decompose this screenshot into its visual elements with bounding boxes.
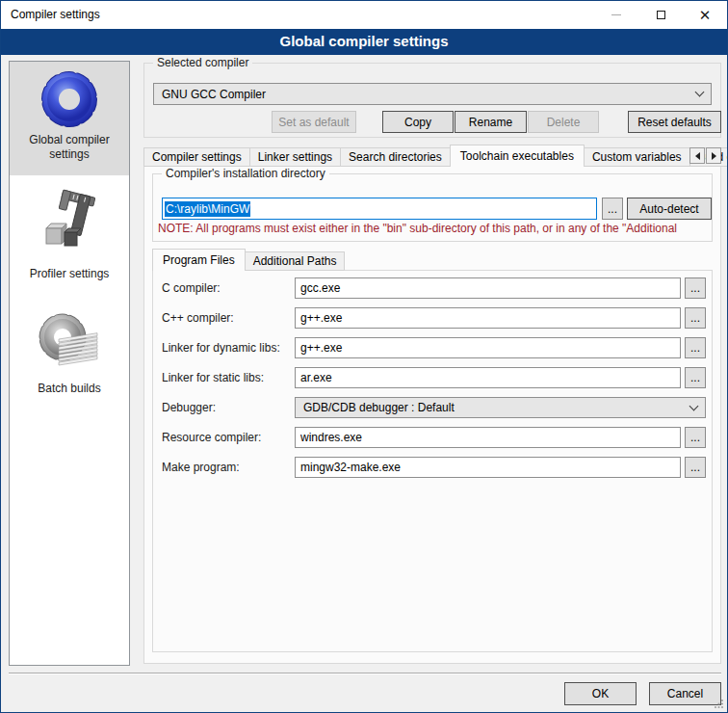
- page-title: Global compiler settings: [1, 29, 727, 55]
- debugger-select-value: GDB/CDB debugger : Default: [303, 401, 455, 414]
- minimize-icon: [611, 14, 621, 15]
- sidebar-item-label: Global compiler settings: [10, 129, 129, 162]
- group-legend: Compiler's installation directory: [162, 167, 329, 180]
- linker-static-input[interactable]: [295, 367, 681, 388]
- tab-additional-paths[interactable]: Additional Paths: [245, 251, 346, 271]
- caliper-icon: [39, 188, 100, 263]
- ok-button[interactable]: OK: [564, 682, 637, 705]
- gray-gear-stack-icon: [38, 310, 101, 378]
- tab-custom-variables[interactable]: Custom variables: [584, 147, 690, 167]
- copy-button[interactable]: Copy: [382, 111, 454, 133]
- arrow-right-icon: [712, 152, 716, 160]
- arrow-left-icon: [695, 152, 700, 160]
- tab-search-directories[interactable]: Search directories: [340, 147, 451, 167]
- make-program-input[interactable]: [295, 457, 681, 478]
- window-title: Compiler settings: [11, 1, 100, 29]
- field-row-linker-static: Linker for static libs: ...: [153, 367, 712, 388]
- field-label: Debugger:: [162, 401, 216, 414]
- selected-path-text: C:\raylib\MinGW: [165, 201, 250, 217]
- field-label: Linker for static libs:: [162, 371, 264, 384]
- sidebar-item-global-compiler-settings[interactable]: Global compiler settings: [10, 62, 129, 175]
- installation-directory-input[interactable]: C:\raylib\MinGW: [162, 198, 597, 220]
- close-icon: ✕: [699, 8, 712, 22]
- tab-toolchain-executables[interactable]: Toolchain executables: [450, 145, 585, 167]
- sidebar-item-label: Batch builds: [10, 378, 129, 396]
- window-controls: ✕: [594, 1, 727, 29]
- group-legend: Selected compiler: [153, 56, 252, 69]
- browse-make-program-button[interactable]: ...: [685, 457, 706, 478]
- field-label: Linker for dynamic libs:: [162, 341, 280, 355]
- settings-category-list: Global compiler settings Profiler settin…: [9, 61, 130, 666]
- resize-grip[interactable]: [714, 699, 724, 709]
- tab-scroll-left-button[interactable]: [689, 147, 705, 164]
- cancel-button[interactable]: Cancel: [649, 682, 721, 705]
- browse-cpp-compiler-button[interactable]: ...: [685, 307, 706, 329]
- compiler-settings-dialog: Compiler settings ✕ Global compiler sett…: [0, 0, 728, 713]
- rename-button[interactable]: Rename: [455, 111, 527, 133]
- chevron-down-icon: [695, 88, 705, 97]
- note-text: NOTE: All programs must exist either in …: [158, 222, 711, 235]
- reset-defaults-button[interactable]: Reset defaults: [628, 111, 721, 133]
- browse-directory-button[interactable]: ...: [602, 198, 623, 220]
- compiler-select[interactable]: GNU GCC Compiler: [153, 83, 712, 105]
- browse-c-compiler-button[interactable]: ...: [685, 277, 706, 299]
- maximize-button[interactable]: [638, 1, 683, 29]
- tab-scroll-right-button[interactable]: [706, 147, 721, 164]
- sidebar-item-label: Profiler settings: [10, 263, 129, 281]
- browse-linker-dynamic-button[interactable]: ...: [685, 337, 706, 358]
- c-compiler-input[interactable]: [295, 277, 681, 299]
- tab-program-files[interactable]: Program Files: [152, 249, 246, 271]
- minimize-button[interactable]: [594, 1, 638, 29]
- selected-compiler-group: Selected compiler GNU GCC Compiler Set a…: [143, 63, 721, 138]
- browse-resource-compiler-button[interactable]: ...: [685, 427, 706, 448]
- field-row-debugger: Debugger: GDB/CDB debugger : Default: [153, 397, 712, 418]
- compiler-settings-tabstrip: Compiler settings Linker settings Search…: [143, 145, 721, 167]
- cpp-compiler-input[interactable]: [295, 307, 681, 329]
- field-label: Resource compiler:: [162, 431, 261, 444]
- installation-directory-group: Compiler's installation directory C:\ray…: [152, 173, 713, 242]
- set-as-default-button[interactable]: Set as default: [272, 111, 356, 133]
- tab-scrollers: [689, 147, 721, 164]
- toolchain-executables-page: Compiler's installation directory C:\ray…: [143, 166, 721, 664]
- sidebar-item-batch-builds[interactable]: Batch builds: [10, 304, 129, 396]
- sidebar-item-profiler-settings[interactable]: Profiler settings: [10, 182, 129, 281]
- tab-compiler-settings[interactable]: Compiler settings: [143, 147, 250, 167]
- field-row-resource-compiler: Resource compiler: ...: [153, 427, 712, 448]
- title-bar[interactable]: Compiler settings ✕: [1, 1, 727, 29]
- program-files-page: C compiler: ... C++ compiler: ... Linker…: [152, 270, 713, 652]
- blue-gear-icon: [39, 67, 100, 129]
- field-row-linker-dynamic: Linker for dynamic libs: ...: [153, 337, 712, 358]
- compiler-select-value: GNU GCC Compiler: [162, 88, 266, 101]
- debugger-select[interactable]: GDB/CDB debugger : Default: [295, 397, 706, 418]
- delete-button[interactable]: Delete: [528, 111, 599, 133]
- field-label: Make program:: [162, 461, 240, 474]
- resource-compiler-input[interactable]: [295, 427, 681, 448]
- auto-detect-button[interactable]: Auto-detect: [627, 198, 712, 220]
- field-row-cpp-compiler: C++ compiler: ...: [153, 307, 712, 329]
- linker-dynamic-input[interactable]: [295, 337, 681, 358]
- browse-linker-static-button[interactable]: ...: [685, 367, 706, 388]
- maximize-icon: [657, 11, 665, 19]
- field-row-c-compiler: C compiler: ...: [153, 277, 712, 299]
- footer-divider: [9, 673, 721, 674]
- chevron-down-icon: [689, 401, 699, 410]
- field-label: C++ compiler:: [162, 311, 234, 325]
- program-files-tabstrip: Program Files Additional Paths: [152, 249, 344, 271]
- close-button[interactable]: ✕: [683, 1, 727, 29]
- tab-linker-settings[interactable]: Linker settings: [249, 147, 341, 167]
- field-label: C compiler:: [162, 281, 221, 295]
- field-row-make-program: Make program: ...: [153, 457, 712, 478]
